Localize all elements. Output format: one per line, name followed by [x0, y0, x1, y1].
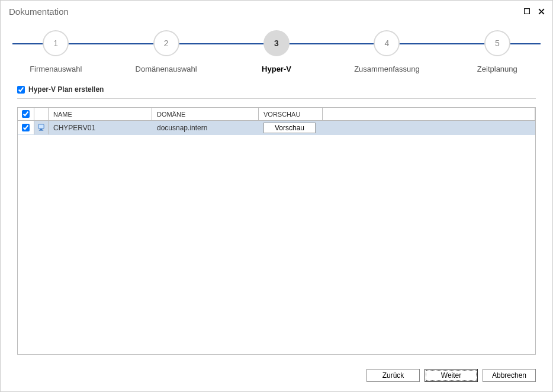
- step-label: Hyper-V: [262, 65, 291, 73]
- header-name[interactable]: NAME: [49, 108, 152, 120]
- step-number: 5: [484, 30, 510, 56]
- row-spacer: [323, 121, 535, 134]
- option-row: Hyper-V Plan erstellen: [17, 82, 536, 99]
- step-label: Firmenauswahl: [30, 65, 82, 73]
- svg-rect-0: [525, 9, 530, 14]
- svg-rect-5: [39, 130, 43, 130]
- window-title: Dokumentation: [9, 7, 69, 17]
- row-preview-cell: Vorschau: [259, 121, 323, 134]
- header-icon-col: [34, 108, 49, 120]
- stepper: 1 Firmenauswahl 2 Domänenauswahl 3 Hyper…: [1, 20, 552, 77]
- svg-rect-4: [40, 128, 43, 130]
- header-domain[interactable]: DOMÄNE: [152, 108, 259, 120]
- select-all-checkbox[interactable]: [22, 110, 30, 118]
- footer: Zurück Weiter Abbrechen: [1, 362, 552, 391]
- step-number: 4: [374, 30, 400, 56]
- maximize-icon[interactable]: [522, 6, 532, 17]
- cancel-button[interactable]: Abbrechen: [483, 369, 536, 382]
- step-zeitplanung[interactable]: 5 Zeitplanung: [442, 30, 552, 73]
- grid-header: NAME DOMÄNE VORSCHAU: [18, 108, 535, 121]
- step-label: Zusammenfassung: [354, 65, 420, 73]
- step-label: Domänenauswahl: [136, 65, 197, 73]
- close-icon[interactable]: [536, 6, 546, 17]
- header-checkbox-col: [18, 108, 34, 120]
- header-preview[interactable]: VORSCHAU: [259, 108, 323, 120]
- step-zusammenfassung[interactable]: 4 Zusammenfassung: [332, 30, 442, 73]
- step-firmenauswahl[interactable]: 1 Firmenauswahl: [1, 30, 111, 73]
- row-icon-cell: [34, 121, 49, 134]
- server-icon: [37, 124, 45, 131]
- row-checkbox-cell: [18, 121, 34, 134]
- preview-button[interactable]: Vorschau: [263, 123, 316, 133]
- row-name: CHYPERV01: [49, 121, 152, 134]
- create-plan-label: Hyper-V Plan erstellen: [28, 85, 104, 94]
- step-number: 1: [43, 30, 69, 56]
- row-domain: docusnap.intern: [152, 121, 259, 134]
- header-spacer: [323, 108, 535, 120]
- step-domaenenauswahl[interactable]: 2 Domänenauswahl: [111, 30, 221, 73]
- step-label: Zeitplanung: [477, 65, 517, 73]
- step-number: 2: [153, 30, 179, 56]
- step-hyper-v[interactable]: 3 Hyper-V: [221, 30, 332, 73]
- row-checkbox[interactable]: [22, 124, 30, 131]
- create-plan-checkbox[interactable]: [17, 86, 25, 94]
- content-area: Hyper-V Plan erstellen NAME DOMÄNE VORSC…: [1, 77, 552, 362]
- table-row[interactable]: CHYPERV01 docusnap.intern Vorschau: [18, 121, 535, 135]
- titlebar: Dokumentation: [1, 1, 552, 20]
- grid-body: CHYPERV01 docusnap.intern Vorschau: [18, 121, 535, 354]
- window-controls: [522, 6, 546, 17]
- svg-rect-3: [38, 124, 44, 128]
- grid: NAME DOMÄNE VORSCHAU: [17, 107, 536, 355]
- back-button[interactable]: Zurück: [366, 369, 420, 382]
- step-number: 3: [263, 30, 290, 56]
- next-button[interactable]: Weiter: [425, 369, 478, 382]
